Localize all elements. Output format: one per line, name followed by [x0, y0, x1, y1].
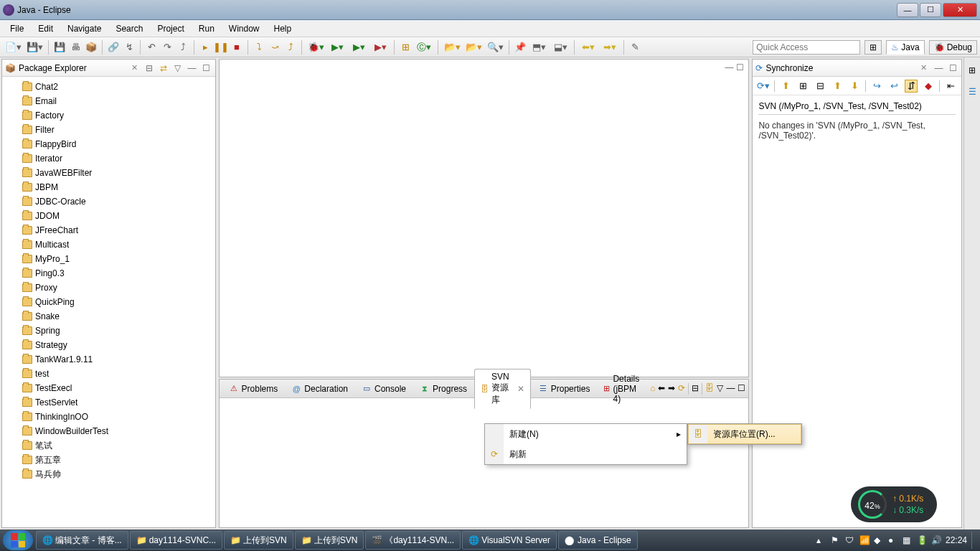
- tree-item[interactable]: QuickPing: [5, 295, 212, 309]
- minimize-view-button[interactable]: ―: [187, 62, 198, 74]
- perspective-debug[interactable]: 🐞Debug: [929, 40, 977, 55]
- debug-button[interactable]: 🐞▾: [306, 40, 326, 55]
- action1-button[interactable]: ↯: [122, 40, 136, 55]
- tree-item[interactable]: Chat2: [5, 80, 212, 94]
- tab-details[interactable]: ⊞Details (jBPM 4): [597, 371, 649, 407]
- tray-show-hidden-icon[interactable]: ▴: [816, 535, 826, 545]
- tree-item[interactable]: JavaWEBFilter: [5, 166, 212, 180]
- collapse-all-button[interactable]: ⊟: [143, 62, 155, 74]
- taskbar-item[interactable]: 🎬《day1114-SVN...: [365, 531, 461, 550]
- menu-help[interactable]: Help: [267, 22, 299, 36]
- open-type-button[interactable]: 📂▾: [442, 40, 462, 55]
- tree-item[interactable]: TestExecl: [5, 381, 212, 395]
- maximize-view-button[interactable]: ☐: [201, 62, 212, 74]
- tree-item[interactable]: TestServlet: [5, 395, 212, 410]
- bottom-view-menu-button[interactable]: ▽: [717, 383, 723, 395]
- sync-mode3-button[interactable]: ⇤: [944, 80, 957, 93]
- suspend-button[interactable]: ❚❚: [214, 40, 228, 55]
- nav-forward-button[interactable]: ➡: [668, 383, 675, 395]
- outline-button[interactable]: ☰: [965, 85, 979, 99]
- terminate-button[interactable]: ■: [230, 40, 244, 55]
- tree-item[interactable]: JDBC-Oracle: [5, 194, 212, 209]
- sync-expand-button[interactable]: ⊞: [796, 80, 809, 93]
- search-button[interactable]: 🔍▾: [485, 40, 505, 55]
- view-menu-button[interactable]: ▽: [172, 62, 184, 74]
- tree-item[interactable]: Ping0.3: [5, 266, 212, 281]
- minimize-button[interactable]: ―: [897, 3, 918, 17]
- tree-item[interactable]: test: [5, 367, 212, 381]
- tray-clock[interactable]: 22:24: [946, 535, 967, 545]
- tree-item[interactable]: FlappyBird: [5, 137, 212, 151]
- menu-file[interactable]: File: [3, 22, 31, 36]
- sync-mode1-button[interactable]: ⇵: [905, 80, 918, 93]
- tray-app2-icon[interactable]: ●: [888, 535, 898, 545]
- tab-declaration[interactable]: @Declaration: [285, 381, 354, 397]
- tree-item[interactable]: 马兵帅: [5, 467, 212, 481]
- tab-console[interactable]: ▭Console: [355, 381, 413, 397]
- tree-item[interactable]: Filter: [5, 123, 212, 137]
- new-wizard-button[interactable]: 📄▾: [3, 40, 23, 55]
- tab-problems[interactable]: ⚠Problems: [222, 381, 285, 397]
- tree-item[interactable]: Snake: [5, 309, 212, 324]
- tree-item[interactable]: Iterator: [5, 151, 212, 166]
- nav-back-button[interactable]: ⬅: [658, 383, 665, 395]
- sync-commit-button[interactable]: ↪: [870, 80, 883, 93]
- menu-project[interactable]: Project: [150, 22, 191, 36]
- ctx-repo-location[interactable]: 🗄 资源库位置(R)...: [688, 424, 801, 444]
- bottom-maximize-button[interactable]: ☐: [738, 383, 745, 395]
- tree-item[interactable]: WindowBuilderTest: [5, 424, 212, 438]
- view-close-icon[interactable]: ✕: [128, 63, 141, 72]
- save-button[interactable]: 💾▾: [24, 40, 44, 55]
- step-over-button[interactable]: ⤻: [268, 40, 282, 55]
- pin-button[interactable]: 📌: [513, 40, 527, 55]
- tree-item[interactable]: JBPM: [5, 180, 212, 194]
- run-last-button[interactable]: ▶▾: [349, 40, 369, 55]
- repo-button[interactable]: 🗄: [705, 383, 714, 395]
- step-into-button[interactable]: ⤵: [252, 40, 266, 55]
- tree-item[interactable]: MyPro_1: [5, 252, 212, 266]
- editor-maximize-button[interactable]: ☐: [736, 62, 744, 72]
- tree-item[interactable]: Email: [5, 94, 212, 108]
- new-package-button[interactable]: ⊞: [398, 40, 413, 55]
- back-button[interactable]: ⬅▾: [578, 40, 598, 55]
- bottom-minimize-button[interactable]: ―: [726, 383, 735, 395]
- tray-power-icon[interactable]: 🔋: [917, 535, 927, 545]
- menu-run[interactable]: Run: [192, 22, 222, 36]
- new-class-button[interactable]: Ⓒ▾: [414, 40, 434, 55]
- tray-network-icon[interactable]: 📶: [859, 535, 870, 545]
- taskbar-item[interactable]: ⬤Java - Eclipse: [558, 531, 638, 550]
- perspective-java[interactable]: ♨Java: [886, 40, 924, 55]
- tree-item[interactable]: Strategy: [5, 338, 212, 352]
- tree-item[interactable]: TankWar1.9.11: [5, 352, 212, 367]
- redo-button[interactable]: ↷: [160, 40, 174, 55]
- tree-item[interactable]: Proxy: [5, 281, 212, 295]
- menu-window[interactable]: Window: [222, 22, 267, 36]
- taskbar-item[interactable]: 📁上传到SVN: [224, 531, 293, 550]
- annotation-button[interactable]: ⬒▾: [529, 40, 549, 55]
- taskbar-item[interactable]: 🌐VisualSVN Server: [462, 531, 557, 550]
- run-button[interactable]: ▶▾: [327, 40, 347, 55]
- sync-filter-button[interactable]: ⟳▾: [757, 80, 770, 93]
- refresh-button[interactable]: ⟳: [678, 383, 685, 395]
- external-tools-button[interactable]: ▶▾: [370, 40, 390, 55]
- home-button[interactable]: ⌂: [650, 383, 655, 395]
- sync-update-button[interactable]: ↩: [887, 80, 900, 93]
- sync-minimize-button[interactable]: ―: [933, 62, 944, 74]
- jump-button[interactable]: ⤴: [176, 40, 190, 55]
- start-button[interactable]: [3, 530, 33, 550]
- link-button[interactable]: 🔗: [106, 40, 121, 55]
- close-button[interactable]: ✕: [943, 3, 977, 17]
- tab-svn-repo[interactable]: 🗄SVN 资源库✕: [474, 369, 531, 409]
- tree-item[interactable]: JFreeChart: [5, 223, 212, 237]
- maximize-button[interactable]: ☐: [920, 3, 941, 17]
- sync-close-icon[interactable]: ✕: [918, 63, 930, 72]
- network-widget[interactable]: 42% ↑ 0.1K/s ↓ 0.3K/s: [851, 486, 937, 522]
- tree-item[interactable]: 第五章: [5, 453, 212, 467]
- sync-pin-button[interactable]: ⬆: [779, 80, 792, 93]
- open-perspective-button[interactable]: ⊞: [864, 40, 882, 55]
- tree-item[interactable]: Factory: [5, 108, 212, 123]
- save-all-button[interactable]: 💾: [52, 40, 67, 55]
- tab-properties[interactable]: ☰Properties: [532, 381, 597, 397]
- menu-search[interactable]: Search: [108, 22, 150, 36]
- open-task-button[interactable]: 📂▾: [463, 40, 484, 55]
